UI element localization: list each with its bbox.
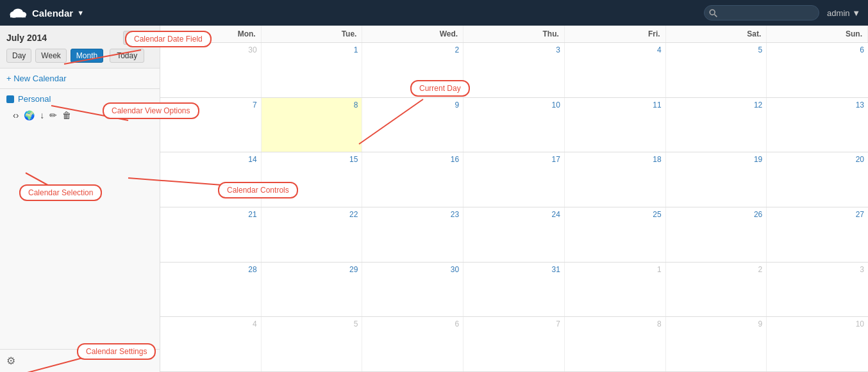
month-title: July 2014 [6, 33, 47, 43]
week-row: 30123456 [160, 43, 868, 98]
month-view-button[interactable]: Month [71, 49, 103, 63]
settings-icon[interactable]: ⚙ [6, 355, 15, 367]
day-number: 1 [569, 265, 662, 274]
day-cell[interactable]: 8 [565, 317, 666, 371]
calendar-color [6, 95, 14, 103]
day-cell[interactable]: 7 [160, 98, 262, 152]
view-buttons: Day Week Month Today [6, 49, 153, 63]
day-cell[interactable]: 9 [362, 98, 463, 152]
share-icon[interactable]: ‹› [13, 110, 19, 120]
day-cell[interactable]: 23 [362, 207, 463, 262]
day-cell[interactable]: 7 [463, 317, 565, 371]
day-cell[interactable]: 10 [767, 317, 868, 371]
day-number: 4 [164, 319, 257, 328]
day-number: 9 [366, 101, 459, 109]
download-icon[interactable]: ↓ [40, 110, 44, 120]
brand: Calendar ▼ [8, 6, 84, 20]
day-cell[interactable]: 1 [262, 43, 363, 97]
search-input[interactable] [704, 5, 819, 20]
brand-label: Calendar [32, 8, 73, 19]
week-row: 28293031123 [160, 263, 868, 318]
globe-icon[interactable]: 🌍 [24, 110, 35, 120]
calendar-controls: ‹› 🌍 ↓ ✏ 🗑 [6, 108, 153, 123]
admin-menu[interactable]: admin ▼ [827, 8, 860, 18]
day-number: 7 [164, 101, 257, 109]
day-cell[interactable]: 21 [160, 207, 262, 262]
prev-month-button[interactable]: < [123, 31, 137, 45]
day-cell[interactable]: 4 [160, 317, 262, 371]
day-header-thu: Thu. [463, 26, 565, 42]
day-number: 13 [771, 101, 864, 109]
edit-icon[interactable]: ✏ [49, 110, 57, 120]
day-number: 2 [366, 45, 459, 54]
day-cell[interactable]: 9 [666, 317, 767, 371]
day-cell[interactable]: 19 [666, 152, 767, 207]
day-cell[interactable]: 14 [160, 152, 262, 207]
day-cell[interactable]: 26 [666, 207, 767, 262]
day-header-sun: Sun. [767, 26, 868, 42]
day-cell[interactable]: 29 [262, 263, 363, 317]
sidebar-header: July 2014 < > Day Week Month Today [0, 26, 160, 69]
day-number: 3 [771, 265, 864, 274]
day-cell[interactable]: 11 [565, 98, 666, 152]
brand-caret[interactable]: ▼ [77, 9, 84, 17]
day-cell[interactable]: 17 [463, 152, 565, 207]
day-cell[interactable]: 6 [767, 43, 868, 97]
next-month-button[interactable]: > [139, 31, 153, 45]
day-cell[interactable]: 5 [666, 43, 767, 97]
day-cell[interactable]: 1 [565, 263, 666, 317]
day-header-wed: Wed. [362, 26, 463, 42]
day-number: 8 [569, 319, 662, 328]
day-cell[interactable]: 8 [262, 98, 363, 152]
day-number: 9 [670, 319, 763, 328]
day-number: 15 [265, 155, 358, 164]
day-cell[interactable]: 18 [565, 152, 666, 207]
day-cell[interactable]: 24 [463, 207, 565, 262]
day-cell[interactable]: 31 [463, 263, 565, 317]
day-number: 20 [771, 155, 864, 164]
day-number: 4 [569, 45, 662, 54]
main-layout: July 2014 < > Day Week Month Today + New… [0, 26, 868, 372]
day-number: 18 [569, 155, 662, 164]
day-number: 23 [366, 210, 459, 219]
day-view-button[interactable]: Day [6, 49, 31, 63]
day-cell[interactable]: 2 [666, 263, 767, 317]
trash-icon[interactable]: 🗑 [62, 110, 71, 120]
day-cell[interactable]: 22 [262, 207, 363, 262]
sidebar: July 2014 < > Day Week Month Today + New… [0, 26, 160, 372]
svg-rect-3 [10, 14, 26, 17]
day-number: 6 [771, 45, 864, 54]
day-number: 12 [670, 101, 763, 109]
today-button[interactable]: Today [110, 49, 144, 63]
month-nav: July 2014 < > [6, 31, 153, 45]
day-cell[interactable]: 25 [565, 207, 666, 262]
day-number: 29 [265, 265, 358, 274]
day-cell[interactable]: 13 [767, 98, 868, 152]
day-cell[interactable]: 6 [362, 317, 463, 371]
day-cell[interactable]: 16 [362, 152, 463, 207]
day-cell[interactable]: 30 [362, 263, 463, 317]
calendar-name[interactable]: Personal [18, 94, 51, 104]
week-row: 14151617181920 [160, 152, 868, 207]
day-number: 6 [366, 319, 459, 328]
day-cell[interactable]: 12 [666, 98, 767, 152]
day-cell[interactable]: 5 [262, 317, 363, 371]
svg-line-5 [715, 14, 717, 17]
day-cell[interactable]: 15 [262, 152, 363, 207]
day-number: 1 [265, 45, 358, 54]
day-cell[interactable]: 4 [565, 43, 666, 97]
day-cell[interactable]: 28 [160, 263, 262, 317]
day-number: 7 [467, 319, 560, 328]
day-number: 31 [467, 265, 560, 274]
day-cell[interactable]: 20 [767, 152, 868, 207]
day-cell[interactable]: 27 [767, 207, 868, 262]
day-number: 17 [467, 155, 560, 164]
new-calendar-button[interactable]: + New Calendar [0, 69, 160, 89]
day-cell[interactable]: 3 [463, 43, 565, 97]
day-cell[interactable]: 30 [160, 43, 262, 97]
day-number: 28 [164, 265, 257, 274]
day-cell[interactable]: 2 [362, 43, 463, 97]
day-cell[interactable]: 3 [767, 263, 868, 317]
week-view-button[interactable]: Week [35, 49, 66, 63]
day-cell[interactable]: 10 [463, 98, 565, 152]
